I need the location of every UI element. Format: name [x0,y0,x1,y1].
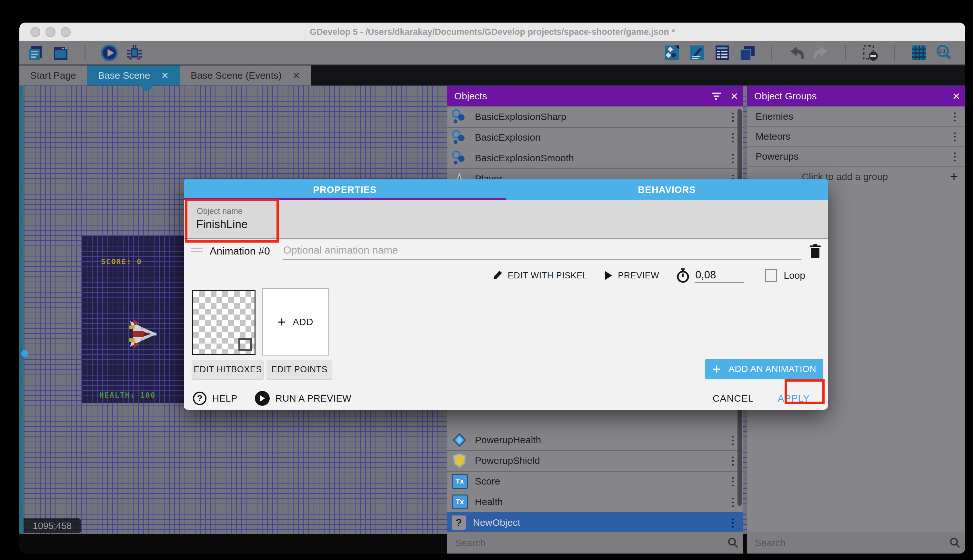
add-animation-button[interactable]: + ADD AN ANIMATION [705,359,823,379]
groups-search-row [747,532,965,553]
animation-name-input[interactable] [283,244,801,260]
frame-thumbnail[interactable] [192,290,255,355]
window-mask-icon[interactable] [862,45,878,61]
toolbar-separator [894,45,895,61]
cancel-button[interactable]: CANCEL [713,393,754,404]
tab-label: Base Scene (Events) [191,70,282,81]
object-label: BasicExplosionSmooth [475,153,723,163]
zoom-1-1-icon[interactable]: 1:1 [936,45,952,61]
redo-icon[interactable] [813,45,830,61]
project-manager-icon[interactable] [27,45,44,61]
edit-points-button[interactable]: EDIT POINTS [267,360,332,379]
tab-behaviors[interactable]: BEHAVIORS [506,179,828,200]
edit-points-label: EDIT POINTS [271,365,328,375]
toolbar-separator [771,45,772,61]
edit-hitboxes-button[interactable]: EDIT HITBOXES [192,360,263,379]
plus-icon: + [943,169,965,185]
objects-list-icon[interactable] [664,45,680,61]
add-frame-label: ADD [293,317,313,327]
filter-icon[interactable] [707,92,725,100]
group-menu-icon[interactable]: ⋮ [945,130,965,143]
object-menu-icon[interactable]: ⋮ [723,516,743,529]
debug-icon[interactable] [126,45,143,61]
layers-icon[interactable] [739,45,756,61]
object-label: Health [475,497,723,507]
drag-handle-icon[interactable] [191,248,203,254]
cursor-coordinates-badge: 1095;458 [23,518,81,533]
object-row[interactable]: PowerupShield ⋮ [447,450,743,472]
search-icon [945,537,965,548]
preview-button[interactable]: PREVIEW [604,270,659,281]
properties-list-icon[interactable] [714,45,731,61]
edit-with-piskel-button[interactable]: EDIT WITH PISKEL [491,270,588,281]
run-preview-icon [255,391,270,406]
scene-health-text: HEALTH: 100 [99,391,155,399]
tab-label: Base Scene [98,70,150,81]
dialog-footer: ? HELP RUN A PREVIEW CANCEL APPLY [184,387,828,410]
object-label: BasicExplosionSharp [475,111,723,122]
explosion-particles-icon [451,129,468,146]
object-name-field[interactable]: Object name [184,200,828,239]
run-preview-label: RUN A PREVIEW [275,393,352,404]
loop-group: Loop [765,269,805,282]
group-label: Enemies [756,111,945,122]
loop-checkbox[interactable] [765,269,777,282]
close-panel-icon[interactable]: ✕ [947,91,965,102]
tab-base-scene[interactable]: Base Scene ✕ [87,65,180,85]
close-tab-icon[interactable]: ✕ [293,70,300,81]
delete-animation-icon[interactable] [807,243,823,260]
scene-window-icon[interactable] [52,45,69,61]
player-ship-sprite[interactable] [123,318,159,350]
window-title: GDevelop 5 - /Users/dkarakay/Documents/G… [19,27,965,37]
grid-icon[interactable] [910,45,927,61]
group-menu-icon[interactable]: ⋮ [945,110,965,123]
object-label: NewObject [473,517,723,528]
object-label: PowerupHealth [475,435,723,445]
tx-glyph: Tx [455,475,464,488]
object-row[interactable]: PowerupHealth ⋮ [447,430,743,451]
animation-row: Animation #0 [184,243,828,262]
object-row[interactable]: BasicExplosionSmooth ⋮ [447,148,743,169]
object-row[interactable]: BasicExplosion ⋮ [447,127,743,148]
animation-label: Animation #0 [210,245,270,257]
play-icon [604,270,613,281]
objects-panel-title: Objects [454,91,707,102]
editor-tab-strip: Start Page Base Scene ✕ Base Scene (Even… [19,65,965,85]
undo-icon[interactable] [788,45,805,61]
frame-time-input[interactable] [695,268,744,283]
frame-time-group [676,268,744,283]
group-row[interactable]: Powerups ⋮ [747,147,965,167]
group-row[interactable]: Meteors ⋮ [747,127,965,147]
edit-scene-icon[interactable] [689,45,706,61]
group-label: Meteors [756,131,945,142]
object-row-selected[interactable]: ? NewObject ⋮ [447,512,743,533]
question-mark-icon: ? [452,515,466,530]
close-panel-icon[interactable]: ✕ [725,91,743,102]
play-preview-icon[interactable] [101,45,118,61]
yellow-shield-icon [451,452,468,469]
group-menu-icon[interactable]: ⋮ [945,150,965,163]
help-button[interactable]: ? HELP [193,392,237,405]
groups-search-input[interactable] [754,537,945,549]
plus-icon: + [712,361,721,377]
object-label: PowerupShield [475,455,723,466]
timer-icon [676,268,690,283]
explosion-particles-icon [451,108,468,125]
add-frame-button[interactable]: + ADD [262,288,329,355]
tab-properties[interactable]: PROPERTIES [184,179,506,200]
object-editor-dialog: PROPERTIES BEHAVIORS Object name Animati… [184,179,828,410]
close-tab-icon[interactable]: ✕ [161,70,169,81]
tab-start-page[interactable]: Start Page [19,65,87,85]
group-row[interactable]: Enemies ⋮ [747,107,965,127]
run-preview-button[interactable]: RUN A PREVIEW [255,391,352,406]
objects-search-input[interactable] [454,537,723,549]
loop-label: Loop [784,270,805,281]
tab-base-scene-events[interactable]: Base Scene (Events) ✕ [180,65,311,85]
object-row[interactable]: BasicExplosionSharp ⋮ [447,107,743,128]
object-row[interactable]: Tx Health ⋮ [447,492,743,513]
object-row[interactable]: Tx Score ⋮ [447,471,743,492]
canvas-handle-dot[interactable] [21,350,28,357]
desktop-background: GDevelop 5 - /Users/dkarakay/Documents/G… [0,0,973,560]
group-label: Powerups [756,151,945,162]
objects-panel-header: Objects ✕ [447,86,743,107]
